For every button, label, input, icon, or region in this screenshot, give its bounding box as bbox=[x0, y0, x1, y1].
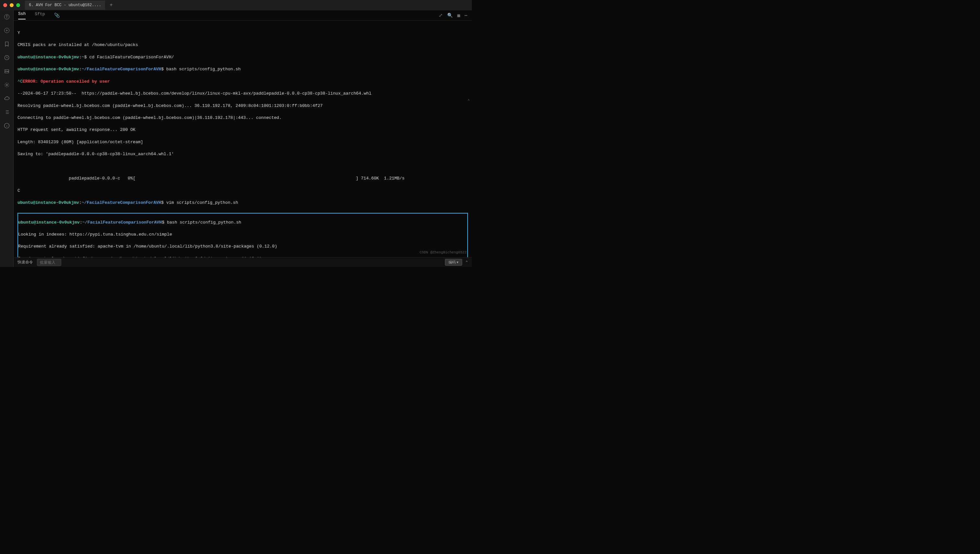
add-icon[interactable] bbox=[3, 27, 10, 34]
info-icon[interactable] bbox=[3, 123, 10, 129]
chevron-up-icon[interactable]: ⌃ bbox=[465, 260, 468, 265]
prompt-line: ubuntu@instance-0v0ukjmv:~$ cd FacialFea… bbox=[18, 54, 468, 60]
tab-ssh[interactable]: Ssh bbox=[18, 11, 25, 19]
batch-input[interactable] bbox=[37, 259, 61, 266]
cloud-icon[interactable] bbox=[3, 95, 10, 102]
terminal-output[interactable]: Y CMSIS packs are installed at /home/ubu… bbox=[14, 21, 472, 257]
attachment-icon[interactable]: 📎 bbox=[54, 13, 60, 18]
output-line: Connecting to paddle-wheel.bj.bcebos.com… bbox=[18, 115, 468, 121]
output-line: CMSIS packs are installed at /home/ubunt… bbox=[18, 42, 468, 48]
tab-sftp[interactable]: Sftp bbox=[35, 12, 45, 19]
session-tab[interactable]: 6. AVH For BCC - ubuntu@182.... bbox=[25, 1, 105, 10]
grid-icon[interactable]: ▦ bbox=[457, 13, 460, 18]
gear-icon[interactable] bbox=[3, 82, 10, 88]
traffic-lights bbox=[3, 3, 20, 7]
maximize-window[interactable] bbox=[16, 3, 20, 7]
output-line: Requirement already satisfied: apache-tv… bbox=[18, 244, 467, 250]
error-line: ^CERROR: Operation cancelled by user bbox=[18, 79, 468, 85]
output-line: --2024-06-17 17:23:50-- https://paddle-w… bbox=[18, 91, 468, 97]
output-line: Resolving paddle-wheel.bj.bcebos.com (pa… bbox=[18, 103, 468, 109]
encoding-button[interactable]: 编码 ▾ bbox=[445, 259, 462, 266]
output-line: Length: 83401239 (80M) [application/octe… bbox=[18, 139, 468, 145]
bookmark-icon[interactable] bbox=[3, 41, 10, 47]
sidebar bbox=[0, 10, 14, 267]
prompt-line: ubuntu@instance-0v0ukjmv:~/FacialFeature… bbox=[18, 220, 467, 226]
subtabs: Ssh Sftp 📎 ⤢ 🔍 ▦ ⋯ bbox=[14, 10, 472, 21]
close-window[interactable] bbox=[3, 3, 7, 7]
svg-point-4 bbox=[6, 84, 8, 86]
scroll-caret-icon[interactable]: ⌃ bbox=[468, 99, 470, 104]
prompt-line: ubuntu@instance-0v0ukjmv:~/FacialFeature… bbox=[18, 200, 468, 206]
new-tab-button[interactable]: + bbox=[106, 2, 116, 8]
output-line: Saving to: 'paddlepaddle-0.0.0-cp38-cp38… bbox=[18, 151, 468, 158]
footer-bar: 快速命令 编码 ▾ ⌃ bbox=[14, 257, 472, 267]
app-logo-icon[interactable] bbox=[3, 14, 10, 20]
list-icon[interactable] bbox=[3, 109, 10, 115]
output-line: Looking in indexes: https://pypi.tuna.ts… bbox=[18, 232, 467, 238]
output-blank bbox=[18, 164, 468, 170]
minimize-window[interactable] bbox=[10, 3, 14, 7]
titlebar: 6. AVH For BCC - ubuntu@182.... + bbox=[0, 0, 472, 10]
more-icon[interactable]: ⋯ bbox=[465, 13, 467, 18]
search-icon[interactable]: 🔍 bbox=[447, 13, 453, 18]
image-icon[interactable] bbox=[3, 68, 10, 75]
output-line: Y bbox=[18, 30, 468, 36]
output-line: C bbox=[18, 188, 468, 194]
clock-icon[interactable] bbox=[3, 54, 10, 61]
prompt-line: ubuntu@instance-0v0ukjmv:~/FacialFeature… bbox=[18, 67, 468, 73]
quick-command-label[interactable]: 快速命令 bbox=[18, 259, 33, 265]
progress-line: paddlepaddle-0.0.0-c 0%[] 714.60K 1.21MB… bbox=[18, 175, 468, 182]
fullscreen-icon[interactable]: ⤢ bbox=[439, 13, 443, 18]
output-line: HTTP request sent, awaiting response... … bbox=[18, 127, 468, 133]
highlighted-output: ubuntu@instance-0v0ukjmv:~/FacialFeature… bbox=[18, 213, 468, 257]
output-line: Requirement already satisfied: onnx in /… bbox=[18, 256, 467, 257]
watermark: CSDN @ZhengBicheng0522 bbox=[420, 250, 467, 255]
